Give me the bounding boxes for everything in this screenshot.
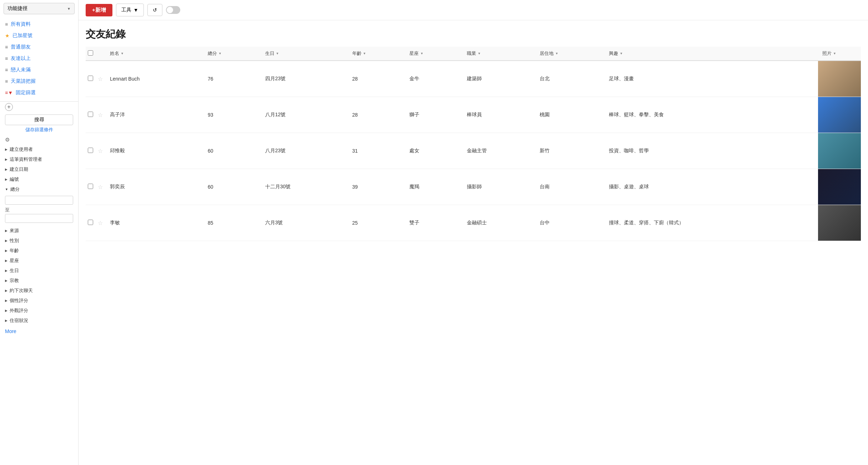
- refresh-button[interactable]: ↺: [147, 4, 162, 16]
- th-interests[interactable]: 興趣 ▼: [605, 47, 818, 61]
- filter-religion[interactable]: ▶ 宗教: [5, 276, 73, 286]
- row-checkbox-cell[interactable]: [86, 133, 96, 169]
- filter-record-admin[interactable]: ▶ 這筆資料管理者: [5, 154, 73, 164]
- star-icon: ★: [5, 33, 10, 39]
- star-button[interactable]: ☆: [98, 220, 103, 226]
- th-score[interactable]: 總分 ▼: [203, 47, 261, 61]
- filter-birthday[interactable]: ▶ 生日: [5, 266, 73, 276]
- row-star-cell[interactable]: ☆: [96, 61, 106, 97]
- filter-record-admin-label: 這筆資料管理者: [10, 156, 42, 163]
- row-checkbox[interactable]: [88, 220, 93, 225]
- filter-total-score[interactable]: ▼ 總分: [5, 184, 73, 194]
- row-photo[interactable]: [818, 133, 861, 169]
- gear-icon[interactable]: ⚙: [5, 137, 10, 143]
- row-score: 60: [203, 169, 261, 205]
- sidebar-item-all-data-label: 所有資料: [11, 21, 31, 27]
- triangle-right-icon: ▶: [5, 148, 7, 151]
- sort-icon-7: ▼: [555, 52, 558, 55]
- star-button[interactable]: ☆: [98, 112, 103, 118]
- filter-age[interactable]: ▶ 年齡: [5, 246, 73, 256]
- th-star: [96, 47, 106, 61]
- score-from-input[interactable]: 60: [5, 196, 73, 205]
- sidebar-item-all-data[interactable]: ≡ 所有資料: [0, 19, 78, 30]
- filter-create-user[interactable]: ▶ 建立使用者: [5, 144, 73, 154]
- row-birthday: 六月3號: [261, 205, 348, 241]
- th-checkbox[interactable]: [86, 47, 96, 61]
- filter-personality[interactable]: ▶ 個性評分: [5, 296, 73, 306]
- filter-source[interactable]: ▶ 來源: [5, 226, 73, 236]
- row-checkbox[interactable]: [88, 148, 93, 153]
- tri-gender: ▶: [5, 239, 7, 242]
- row-checkbox-cell[interactable]: [86, 97, 96, 133]
- sidebar-item-normal-friends[interactable]: ≡ 普通朋友: [0, 41, 78, 53]
- row-checkbox-cell[interactable]: [86, 61, 96, 97]
- row-star-cell[interactable]: ☆: [96, 97, 106, 133]
- filter-appearance[interactable]: ▶ 外觀評分: [5, 306, 73, 316]
- table-header-row: 姓名 ▼ 總分 ▼ 生日 ▼: [86, 47, 861, 61]
- row-checkbox[interactable]: [88, 184, 93, 189]
- filter-personality-label: 個性評分: [10, 297, 28, 304]
- th-score-label: 總分: [208, 50, 217, 57]
- th-zodiac[interactable]: 星座 ▼: [405, 47, 463, 61]
- gear-area: ⚙: [0, 135, 78, 144]
- th-photo[interactable]: 照片 ▼: [818, 47, 861, 61]
- save-filter-link[interactable]: 儲存篩選條件: [5, 127, 73, 133]
- row-checkbox-cell[interactable]: [86, 205, 96, 241]
- row-star-cell[interactable]: ☆: [96, 169, 106, 205]
- score-to-input[interactable]: 100: [5, 214, 73, 223]
- th-location-label: 居住地: [540, 50, 554, 57]
- select-all-checkbox[interactable]: [88, 50, 93, 56]
- filter-total-score-label: 總分: [10, 186, 20, 193]
- tri-source: ▶: [5, 229, 7, 232]
- row-occupation: 棒球員: [463, 97, 535, 133]
- add-filter-button[interactable]: +: [5, 103, 13, 111]
- row-star-cell[interactable]: ☆: [96, 205, 106, 241]
- filter-create-date[interactable]: ▶ 建立日期: [5, 164, 73, 174]
- sort-icon-6: ▼: [478, 52, 481, 55]
- search-button[interactable]: 搜尋: [5, 114, 73, 125]
- row-checkbox-cell[interactable]: [86, 169, 96, 205]
- sidebar-item-starred[interactable]: ★ 已加星號: [0, 30, 78, 41]
- row-photo[interactable]: [818, 97, 861, 133]
- filter-next-chat[interactable]: ▶ 約下次聊天: [5, 286, 73, 296]
- tools-button[interactable]: 工具 ▼: [116, 4, 144, 16]
- row-location: 台北: [535, 61, 605, 97]
- star-button[interactable]: ☆: [98, 184, 103, 190]
- row-star-cell[interactable]: ☆: [96, 133, 106, 169]
- row-name: 邱惟毅: [106, 133, 203, 169]
- add-button[interactable]: +新增: [86, 4, 112, 16]
- nav-list: ≡ 所有資料 ★ 已加星號 ≡ 普通朋友 ≡ 友達以上 ≡ 戀人未滿 ≡ 天菜請…: [0, 17, 78, 100]
- row-checkbox[interactable]: [88, 76, 93, 81]
- score-to-label: 至: [5, 207, 73, 213]
- row-photo[interactable]: [818, 205, 861, 241]
- star-button[interactable]: ☆: [98, 76, 103, 82]
- row-photo[interactable]: [818, 61, 861, 97]
- th-name[interactable]: 姓名 ▼: [106, 47, 203, 61]
- filter-record-id[interactable]: ▶ 編號: [5, 174, 73, 184]
- toggle-switch[interactable]: [166, 6, 180, 14]
- filter-list-icon-red: ≡▼: [5, 90, 13, 96]
- th-name-label: 姓名: [110, 50, 119, 57]
- th-age[interactable]: 年齡 ▼: [348, 47, 405, 61]
- filter-gender[interactable]: ▶ 性別: [5, 236, 73, 246]
- filter-accommodation[interactable]: ▶ 住宿狀況: [5, 316, 73, 326]
- shortcut-dropdown[interactable]: 功能捷徑 ▼: [4, 3, 75, 14]
- more-link[interactable]: More: [0, 326, 78, 337]
- content-area: 交友紀錄 姓名 ▼ 總分: [79, 20, 868, 465]
- sidebar-item-lovers-wanted[interactable]: ≡ 戀人未滿: [0, 64, 78, 76]
- photo-thumbnail: [818, 205, 861, 241]
- row-age: 25: [348, 205, 405, 241]
- sidebar-item-more-than-friends[interactable]: ≡ 友達以上: [0, 53, 78, 64]
- star-button[interactable]: ☆: [98, 148, 103, 154]
- th-occupation[interactable]: 職業 ▼: [463, 47, 535, 61]
- row-photo[interactable]: [818, 169, 861, 205]
- row-location: 台中: [535, 205, 605, 241]
- sidebar-item-lovers-wanted-label: 戀人未滿: [11, 67, 31, 73]
- th-birthday[interactable]: 生日 ▼: [261, 47, 348, 61]
- filter-zodiac[interactable]: ▶ 星座: [5, 256, 73, 266]
- sidebar-item-must-grab[interactable]: ≡ 天菜請把握: [0, 76, 78, 87]
- th-location[interactable]: 居住地 ▼: [535, 47, 605, 61]
- th-interests-label: 興趣: [609, 50, 618, 57]
- sidebar-item-fixed-filter[interactable]: ≡▼ 固定篩選: [0, 87, 78, 98]
- row-checkbox[interactable]: [88, 112, 93, 117]
